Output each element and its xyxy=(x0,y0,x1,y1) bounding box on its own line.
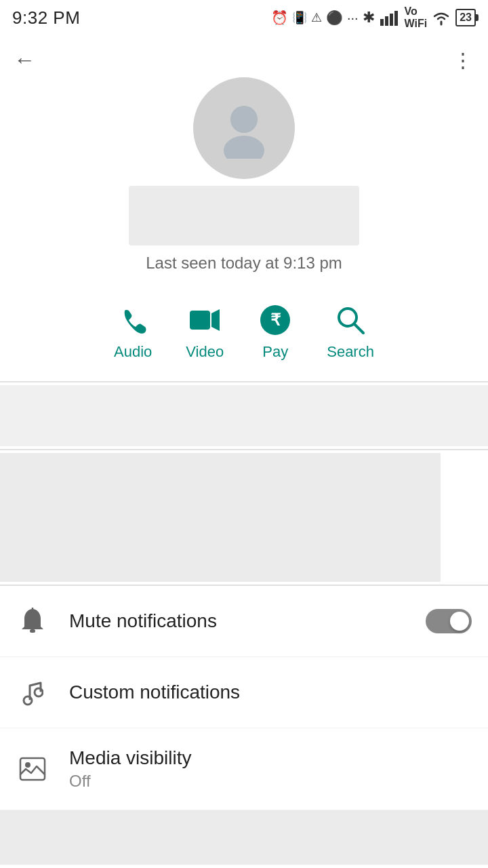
action-row: Audio Video ₹ Pay Search xyxy=(0,289,488,381)
custom-notifications-text: Custom notifications xyxy=(69,682,472,703)
status-bar: 9:32 PM ⏰ 📳 ⚠ ⚫ ··· ✱ VoWiFi 23 xyxy=(0,0,488,35)
svg-point-5 xyxy=(224,136,264,159)
bluetooth-icon: ✱ xyxy=(363,9,375,26)
divider-2 xyxy=(0,449,488,450)
custom-notifications-item[interactable]: Custom notifications xyxy=(0,657,488,728)
mute-toggle[interactable] xyxy=(426,609,472,633)
dot-icon: ⚫ xyxy=(326,9,343,26)
music-note-icon xyxy=(16,676,49,709)
content-block-1 xyxy=(0,385,488,446)
contact-name-box xyxy=(129,186,359,245)
mute-toggle-knob xyxy=(450,612,469,631)
image-icon xyxy=(16,753,49,785)
svg-point-15 xyxy=(35,688,43,696)
svg-rect-16 xyxy=(20,758,45,780)
search-label: Search xyxy=(327,343,374,361)
bell-icon xyxy=(16,605,49,637)
video-button[interactable]: Video xyxy=(186,302,224,361)
svg-point-4 xyxy=(230,106,258,133)
settings-list: Mute notifications Custom notifications xyxy=(0,586,488,810)
svg-point-17 xyxy=(25,762,30,768)
pay-label: Pay xyxy=(262,343,288,361)
svg-rect-6 xyxy=(190,311,210,330)
back-button[interactable]: ← xyxy=(14,47,35,73)
audio-label: Audio xyxy=(114,343,152,361)
pay-icon: ₹ xyxy=(258,302,293,338)
audio-icon xyxy=(115,302,150,338)
vibrate-icon: 📳 xyxy=(292,10,307,25)
svg-point-14 xyxy=(24,696,32,705)
content-block-2 xyxy=(0,453,488,582)
svg-rect-1 xyxy=(385,16,388,26)
media-visibility-text: Media visibility Off xyxy=(69,747,472,791)
svg-rect-3 xyxy=(394,11,398,26)
bottom-content-block xyxy=(0,810,488,865)
svg-text:₹: ₹ xyxy=(270,311,281,329)
media-visibility-title: Media visibility xyxy=(69,747,472,769)
profile-section: Last seen today at 9:13 pm xyxy=(0,84,488,289)
divider-1 xyxy=(0,381,488,382)
avatar xyxy=(193,77,295,179)
search-button[interactable]: Search xyxy=(327,302,374,361)
custom-notifications-title: Custom notifications xyxy=(69,682,472,703)
media-visibility-subtitle: Off xyxy=(69,772,472,791)
battery-icon: 23 xyxy=(455,9,476,26)
svg-rect-12 xyxy=(30,629,35,633)
wifi-icon xyxy=(431,9,451,26)
mute-toggle-container[interactable] xyxy=(426,609,472,633)
svg-rect-0 xyxy=(380,19,384,26)
media-visibility-item[interactable]: Media visibility Off xyxy=(0,728,488,810)
status-icons: ⏰ 📳 ⚠ ⚫ ··· ✱ VoWiFi 23 xyxy=(271,5,476,30)
alarm-icon: ⏰ xyxy=(271,9,288,26)
mute-notifications-text: Mute notifications xyxy=(69,610,405,632)
audio-button[interactable]: Audio xyxy=(114,302,152,361)
mute-notifications-title: Mute notifications xyxy=(69,610,405,632)
more-options-button[interactable]: ⋮ xyxy=(453,48,474,72)
last-seen-text: Last seen today at 9:13 pm xyxy=(146,254,342,273)
dots-icon: ··· xyxy=(347,10,359,26)
avatar-image xyxy=(214,98,274,159)
svg-rect-2 xyxy=(390,14,393,26)
mute-notifications-item[interactable]: Mute notifications xyxy=(0,586,488,657)
video-icon xyxy=(187,302,222,338)
signal-icon xyxy=(379,9,401,26)
status-time: 9:32 PM xyxy=(12,7,80,28)
svg-marker-7 xyxy=(211,309,220,331)
pay-button[interactable]: ₹ Pay xyxy=(258,302,293,361)
search-icon xyxy=(333,302,368,338)
svg-line-11 xyxy=(354,324,363,333)
vo-wifi-icon: VoWiFi xyxy=(405,5,428,30)
warning-icon: ⚠ xyxy=(311,10,322,25)
video-label: Video xyxy=(186,343,224,361)
content-block-tall xyxy=(0,453,441,582)
